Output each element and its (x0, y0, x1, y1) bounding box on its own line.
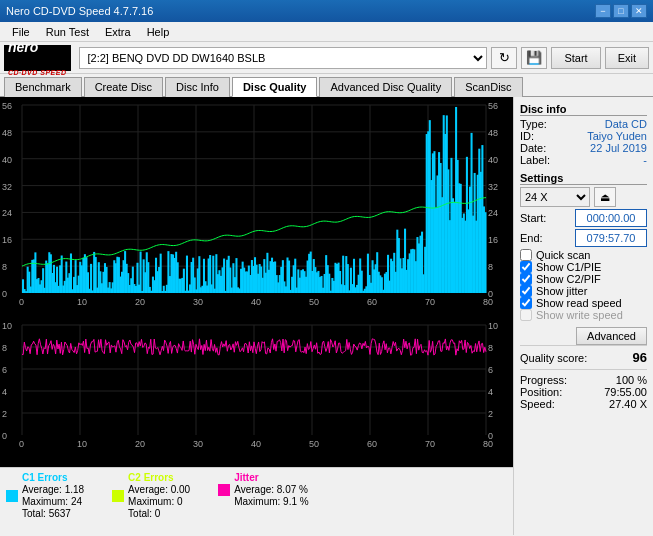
tabs: Benchmark Create Disc Disc Info Disc Qua… (0, 74, 653, 97)
quick-scan-row: Quick scan (520, 249, 647, 261)
show-c1-checkbox[interactable] (520, 261, 532, 273)
end-time-input[interactable] (575, 229, 647, 247)
c2-stats: C2 Errors Average: 0.00 Maximum: 0 Total… (128, 472, 190, 519)
show-write-speed-checkbox[interactable] (520, 309, 532, 321)
disc-id-row: ID: Taiyo Yuden (520, 130, 647, 142)
menu-extra[interactable]: Extra (97, 24, 139, 40)
c1-stats: C1 Errors Average: 1.18 Maximum: 24 Tota… (22, 472, 84, 519)
c2-avg: Average: 0.00 (128, 484, 190, 495)
jitter-max: Maximum: 9.1 % (234, 496, 308, 507)
tab-create-disc[interactable]: Create Disc (84, 77, 163, 97)
maximize-button[interactable]: □ (613, 4, 629, 18)
advanced-button[interactable]: Advanced (576, 327, 647, 345)
disc-info-title: Disc info (520, 103, 647, 116)
progress-section: Progress: 100 % Position: 79:55.00 Speed… (520, 369, 647, 410)
show-read-speed-row: Show read speed (520, 297, 647, 309)
settings-title: Settings (520, 172, 647, 185)
disc-label-row: Label: - (520, 154, 647, 166)
speed-row: Speed: 27.40 X (520, 398, 647, 410)
title-bar-title: Nero CD-DVD Speed 4.7.7.16 (6, 5, 153, 17)
c1-max: Maximum: 24 (22, 496, 84, 507)
start-time-input[interactable] (575, 209, 647, 227)
c1-total: Total: 5637 (22, 508, 84, 519)
eject-icon-button[interactable]: ⏏ (594, 187, 616, 207)
position-row: Position: 79:55.00 (520, 386, 647, 398)
show-c2-row: Show C2/PIF (520, 273, 647, 285)
app-title: Nero CD-DVD Speed 4.7.7.16 (6, 5, 153, 17)
c1-avg: Average: 1.18 (22, 484, 84, 495)
menu-file[interactable]: File (4, 24, 38, 40)
stats-bar: C1 Errors Average: 1.18 Maximum: 24 Tota… (0, 467, 513, 535)
title-bar: Nero CD-DVD Speed 4.7.7.16 − □ ✕ (0, 0, 653, 22)
menu-run-test[interactable]: Run Test (38, 24, 97, 40)
speed-settings-row: 24 X ⏏ (520, 187, 647, 207)
tab-disc-info[interactable]: Disc Info (165, 77, 230, 97)
right-panel: Disc info Type: Data CD ID: Taiyo Yuden … (513, 97, 653, 535)
progress-row: Progress: 100 % (520, 374, 647, 386)
quick-scan-checkbox[interactable] (520, 249, 532, 261)
tab-benchmark[interactable]: Benchmark (4, 77, 82, 97)
menu-bar: File Run Test Extra Help (0, 22, 653, 42)
toolbar: nero CD·DVD SPEED [2:2] BENQ DVD DD DW16… (0, 42, 653, 74)
show-c2-checkbox[interactable] (520, 273, 532, 285)
quality-row: Quality score: 96 (520, 345, 647, 365)
c2-color-box (112, 490, 124, 502)
title-bar-controls: − □ ✕ (595, 4, 647, 18)
save-icon-button[interactable]: 💾 (521, 47, 547, 69)
start-time-row: Start: (520, 209, 647, 227)
jitter-stats: Jitter Average: 8.07 % Maximum: 9.1 % (234, 472, 308, 507)
show-c1-row: Show C1/PIE (520, 261, 647, 273)
tab-advanced-disc-quality[interactable]: Advanced Disc Quality (319, 77, 452, 97)
minimize-button[interactable]: − (595, 4, 611, 18)
show-write-speed-row: Show write speed (520, 309, 647, 321)
main-content: C1 Errors Average: 1.18 Maximum: 24 Tota… (0, 97, 653, 535)
drive-select[interactable]: [2:2] BENQ DVD DD DW1640 BSLB (79, 47, 488, 69)
show-jitter-row: Show jitter (520, 285, 647, 297)
show-jitter-checkbox[interactable] (520, 285, 532, 297)
chart-panel: C1 Errors Average: 1.18 Maximum: 24 Tota… (0, 97, 513, 535)
nero-logo: nero CD·DVD SPEED (4, 45, 71, 71)
checkboxes-group: Quick scan Show C1/PIE Show C2/PIF Show … (520, 249, 647, 321)
disc-date-row: Date: 22 Jul 2019 (520, 142, 647, 154)
close-button[interactable]: ✕ (631, 4, 647, 18)
c1-chart (0, 97, 513, 319)
jitter-chart (0, 319, 513, 467)
exit-button[interactable]: Exit (605, 47, 649, 69)
tab-scandisc[interactable]: ScanDisc (454, 77, 522, 97)
c2-max: Maximum: 0 (128, 496, 190, 507)
jitter-avg: Average: 8.07 % (234, 484, 308, 495)
end-time-row: End: (520, 229, 647, 247)
jitter-color-box (218, 484, 230, 496)
right-panel-content: Disc info Type: Data CD ID: Taiyo Yuden … (514, 97, 653, 535)
speed-select[interactable]: 24 X (520, 187, 590, 207)
refresh-icon-button[interactable]: ↻ (491, 47, 517, 69)
disc-type-row: Type: Data CD (520, 118, 647, 130)
c1-color-box (6, 490, 18, 502)
show-read-speed-checkbox[interactable] (520, 297, 532, 309)
tab-disc-quality[interactable]: Disc Quality (232, 77, 318, 97)
c2-total: Total: 0 (128, 508, 190, 519)
start-button[interactable]: Start (551, 47, 600, 69)
menu-help[interactable]: Help (139, 24, 178, 40)
